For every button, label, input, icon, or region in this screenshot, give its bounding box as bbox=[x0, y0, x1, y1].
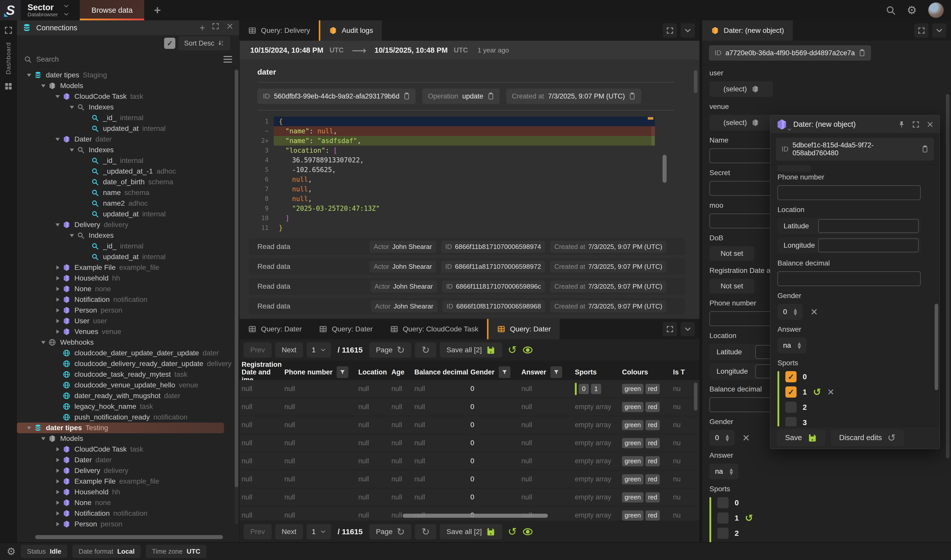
caret-right-icon[interactable] bbox=[54, 510, 61, 517]
caret-down-icon[interactable] bbox=[69, 232, 75, 238]
tree-item[interactable]: Indexes bbox=[17, 145, 239, 155]
tree-item[interactable]: _id_internal bbox=[17, 112, 239, 123]
add-connection-icon[interactable]: + bbox=[199, 22, 205, 33]
checkbox-option[interactable]: 2 bbox=[717, 528, 753, 539]
expand-button[interactable] bbox=[914, 23, 929, 38]
stepper-arrows-icon[interactable]: ▲▼ bbox=[794, 308, 797, 315]
stepper-arrows-icon[interactable]: ▲▼ bbox=[726, 434, 729, 442]
column-header-answer[interactable]: Answer bbox=[521, 366, 575, 378]
sort-desc-button[interactable]: Sort Desc ZA bbox=[178, 36, 230, 51]
copy-icon[interactable] bbox=[859, 49, 865, 57]
column-header-phone-number[interactable]: Phone number bbox=[284, 366, 358, 378]
next-page-button[interactable]: Next bbox=[275, 342, 303, 358]
preview-eye-icon[interactable] bbox=[522, 345, 533, 355]
caret-right-icon[interactable] bbox=[54, 329, 61, 335]
json-diff-editor[interactable]: 1{−"name": null,2+"name": "asdfsdaf",3"l… bbox=[257, 117, 655, 233]
column-header-balance-decimal[interactable]: Balance decimal bbox=[414, 368, 471, 376]
stepper-arrows-icon[interactable]: ▲▼ bbox=[730, 468, 733, 475]
copy-icon[interactable] bbox=[403, 92, 410, 100]
checkbox[interactable] bbox=[717, 497, 729, 508]
menu-icon[interactable] bbox=[224, 56, 232, 63]
caret-right-icon[interactable] bbox=[54, 265, 61, 271]
save-all-button[interactable]: Save all [2] bbox=[440, 524, 502, 539]
tree-item[interactable]: cloudcode_task_ready_mytesttask bbox=[17, 369, 239, 380]
tree-item[interactable]: Webhooks bbox=[17, 337, 239, 348]
tab-query-dater[interactable]: Query: Dater bbox=[310, 319, 381, 339]
tree-item[interactable]: cloudcode_venue_update_hellovenue bbox=[17, 380, 239, 391]
filter-funnel-button[interactable] bbox=[337, 366, 348, 378]
table-row[interactable]: nullnullnullnullnull0nullempty arraygree… bbox=[239, 434, 699, 452]
tab-audit-logs[interactable]: Audit logs bbox=[320, 20, 382, 41]
tree-item[interactable]: date_of_birthschema bbox=[17, 177, 239, 187]
tree-item[interactable]: Personperson bbox=[17, 519, 239, 529]
dialog-scrollbar[interactable] bbox=[935, 304, 938, 390]
page-select[interactable]: 1 bbox=[307, 342, 331, 358]
code-line[interactable]: 436.59788913307022, bbox=[257, 155, 655, 165]
tree-item[interactable]: dater_ready_with_mugshotdater bbox=[17, 391, 239, 401]
code-line[interactable]: 5-102.65625, bbox=[257, 165, 655, 175]
checkbox[interactable]: ✓ bbox=[785, 371, 797, 382]
caret-right-icon[interactable] bbox=[54, 457, 61, 463]
page-refresh-button[interactable]: Page↻ bbox=[369, 342, 411, 358]
gear-icon[interactable]: ⚙ bbox=[7, 546, 16, 557]
caret-right-icon[interactable] bbox=[54, 489, 61, 495]
answer-stepper[interactable]: na ▲▼ bbox=[709, 463, 738, 479]
tree-item[interactable]: _id_internal bbox=[17, 241, 239, 251]
tree-item[interactable]: Venuesvenue bbox=[17, 326, 239, 337]
column-header-is-t[interactable]: Is T bbox=[673, 368, 699, 376]
search-icon[interactable] bbox=[886, 5, 896, 15]
code-line[interactable]: 11} bbox=[257, 223, 655, 233]
prev-page-button[interactable]: Prev bbox=[244, 524, 272, 539]
tree-item[interactable]: nameschema bbox=[17, 187, 239, 198]
code-line[interactable]: 2+"name": "asdfsdaf", bbox=[257, 136, 655, 146]
caret-right-icon[interactable] bbox=[54, 286, 61, 292]
code-line[interactable]: 1{ bbox=[257, 117, 655, 126]
tree-item[interactable]: Indexes bbox=[17, 102, 239, 112]
tree-item[interactable]: _updated_at_-1adhoc bbox=[17, 166, 239, 177]
tree-item[interactable]: Notificationnotification bbox=[17, 294, 239, 305]
chevron-down-icon[interactable] bbox=[63, 3, 69, 9]
collapse-button[interactable] bbox=[681, 23, 695, 38]
code-line[interactable]: −"name": null, bbox=[257, 126, 655, 136]
tree-item[interactable]: Nonenone bbox=[17, 497, 239, 508]
table-row[interactable]: nullnullnullnullnull0nullempty arraygree… bbox=[239, 488, 699, 506]
clipped-button[interactable] bbox=[778, 165, 811, 172]
page-refresh-button[interactable]: Page↻ bbox=[369, 524, 411, 539]
column-header-sports[interactable]: Sports bbox=[575, 368, 622, 376]
page-select[interactable]: 1 bbox=[307, 524, 331, 539]
checkbox[interactable] bbox=[717, 512, 729, 524]
table-row[interactable]: nullnullnullnullnull0nullempty arraygree… bbox=[239, 416, 699, 434]
tab-query-dater[interactable]: Query: Dater bbox=[239, 319, 310, 339]
copy-icon[interactable] bbox=[488, 92, 494, 100]
tree-item[interactable]: CloudCode Tasktask bbox=[17, 444, 239, 455]
caret-right-icon[interactable] bbox=[54, 446, 61, 452]
gender-stepper[interactable]: 0 ▲▼ bbox=[778, 304, 803, 320]
phone-field[interactable] bbox=[778, 185, 921, 200]
avatar[interactable] bbox=[928, 2, 944, 18]
discard-edits-button[interactable]: Discard edits ↺ bbox=[831, 429, 904, 446]
caret-right-icon[interactable] bbox=[54, 307, 61, 313]
refresh-button[interactable]: ↻ bbox=[415, 524, 436, 539]
tree-item[interactable]: Nonenone bbox=[17, 283, 239, 294]
filter-funnel-button[interactable] bbox=[499, 366, 510, 378]
gear-icon[interactable]: ⚙ bbox=[907, 5, 917, 16]
caret-right-icon[interactable] bbox=[54, 500, 61, 506]
user-select-button[interactable]: (select) bbox=[709, 81, 773, 97]
tree-item[interactable]: Indexes bbox=[17, 230, 239, 241]
checkbox-option[interactable]: ✓0 bbox=[785, 371, 834, 382]
tree-item[interactable]: Personperson bbox=[17, 305, 239, 315]
caret-down-icon[interactable] bbox=[40, 435, 46, 442]
audit-scrollbar[interactable] bbox=[694, 70, 698, 93]
expand-button[interactable] bbox=[663, 322, 677, 336]
tree-item[interactable]: legacy_hook_nametask bbox=[17, 401, 239, 412]
tree-item[interactable]: updated_atinternal bbox=[17, 123, 239, 134]
expand-icon[interactable] bbox=[212, 22, 219, 30]
tree-item[interactable]: Example Fileexample_file bbox=[17, 262, 239, 273]
checkbox-option[interactable]: 2 bbox=[785, 402, 834, 413]
caret-down-icon[interactable] bbox=[69, 104, 75, 110]
caret-down-icon[interactable] bbox=[69, 147, 75, 153]
tree-item[interactable]: _id_internal bbox=[17, 155, 239, 166]
tab-query-cloudcode-task[interactable]: Query: CloudCode Task bbox=[381, 319, 487, 339]
checkbox[interactable]: ✓ bbox=[785, 386, 797, 398]
tree-item[interactable]: Models bbox=[17, 433, 239, 444]
